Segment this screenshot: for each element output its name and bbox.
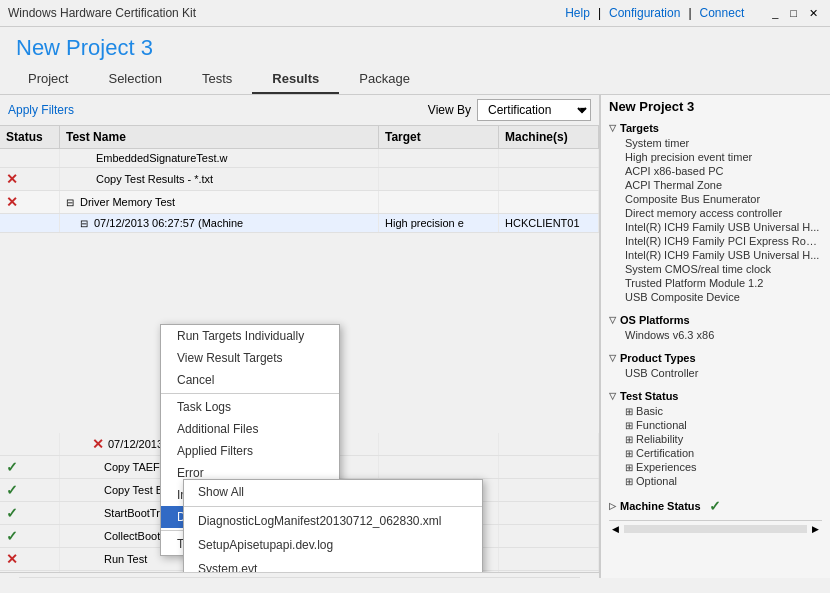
targets-children: System timer High precision event timer … bbox=[609, 136, 822, 304]
config-link[interactable]: Configuration bbox=[609, 6, 680, 20]
menu-cancel[interactable]: Cancel bbox=[161, 369, 339, 391]
nav-tabs: Project Selection Tests Results Package bbox=[0, 65, 830, 95]
maximize-button[interactable]: □ bbox=[786, 7, 801, 20]
machine-status-check: ✓ bbox=[709, 498, 721, 514]
tree-item[interactable]: ACPI x86-based PC bbox=[623, 164, 822, 178]
right-panel: New Project 3 ▽ Targets System timer Hig… bbox=[600, 95, 830, 578]
horizontal-scrollbar[interactable] bbox=[624, 525, 807, 533]
tree-item[interactable]: System timer bbox=[623, 136, 822, 150]
separator bbox=[184, 506, 482, 507]
tree-item[interactable]: System CMOS/real time clock bbox=[623, 262, 822, 276]
toolbar: Apply Filters View By Certification All … bbox=[0, 95, 599, 126]
apply-filters-button[interactable]: Apply Filters bbox=[8, 103, 74, 117]
tab-selection[interactable]: Selection bbox=[88, 65, 181, 94]
separator bbox=[161, 393, 339, 394]
scroll-right-button[interactable]: ▶ bbox=[584, 576, 599, 579]
view-by-label: View By bbox=[428, 103, 471, 117]
tab-tests[interactable]: Tests bbox=[182, 65, 252, 94]
connect-link[interactable]: Connect bbox=[700, 6, 745, 20]
table-row: ✕ Copy Test Results - *.txt bbox=[0, 168, 599, 191]
main-layout: Apply Filters View By Certification All … bbox=[0, 95, 830, 578]
tree-section-product-types: ▽ Product Types USB Controller bbox=[609, 350, 822, 380]
tree-item[interactable]: Composite Bus Enumerator bbox=[623, 192, 822, 206]
tree-section-os-platforms: ▽ OS Platforms Windows v6.3 x86 bbox=[609, 312, 822, 342]
col-status: Status bbox=[0, 126, 60, 148]
scroll-left-button[interactable]: ◀ bbox=[0, 576, 15, 579]
col-target: Target bbox=[379, 126, 499, 148]
help-link[interactable]: Help bbox=[565, 6, 590, 20]
expand-icon: ⊞ bbox=[625, 462, 633, 473]
tree-item[interactable]: USB Composite Device bbox=[623, 290, 822, 304]
tree-header-test-status[interactable]: ▽ Test Status bbox=[609, 388, 822, 404]
expand-icon[interactable]: ⊟ bbox=[80, 218, 90, 229]
project-title: New Project 3 bbox=[0, 27, 830, 65]
title-bar: Windows Hardware Certification Kit Help … bbox=[0, 0, 830, 27]
tab-project[interactable]: Project bbox=[8, 65, 88, 94]
tree-item[interactable]: Windows v6.3 x86 bbox=[623, 328, 822, 342]
tree-item[interactable]: Intel(R) ICH9 Family USB Universal H... bbox=[623, 220, 822, 234]
tree-header-os-platforms[interactable]: ▽ OS Platforms bbox=[609, 312, 822, 328]
tree-section-machine-status: ▷ Machine Status ✓ bbox=[609, 496, 822, 516]
col-machine: Machine(s) bbox=[499, 126, 599, 148]
tree-header-targets[interactable]: ▽ Targets bbox=[609, 120, 822, 136]
tab-results[interactable]: Results bbox=[252, 65, 339, 94]
tree-item-basic[interactable]: ⊞ Basic bbox=[623, 404, 822, 418]
tree-item[interactable]: High precision event timer bbox=[623, 150, 822, 164]
arrow-icon: ▷ bbox=[609, 501, 616, 511]
check-icon: ✓ bbox=[6, 528, 18, 544]
scroll-left-button[interactable]: ◀ bbox=[609, 524, 622, 534]
tree-section-targets: ▽ Targets System timer High precision ev… bbox=[609, 120, 822, 304]
tree-item-reliability[interactable]: ⊞ Reliability bbox=[623, 432, 822, 446]
arrow-icon: ▽ bbox=[609, 391, 616, 401]
bottom-scrollbar: ◀ ▶ bbox=[0, 572, 599, 578]
tree-item[interactable]: Trusted Platform Module 1.2 bbox=[623, 276, 822, 290]
product-types-children: USB Controller bbox=[609, 366, 822, 380]
tree-item-optional[interactable]: ⊞ Optional bbox=[623, 474, 822, 488]
tree-item[interactable]: Intel(R) ICH9 Family USB Universal H... bbox=[623, 248, 822, 262]
close-button[interactable]: ✕ bbox=[805, 7, 822, 20]
submenu-diagnostic-log-manifest[interactable]: DiagnosticLogManifest20130712_062830.xml bbox=[184, 509, 482, 533]
arrow-icon: ▽ bbox=[609, 123, 616, 133]
tree-header-product-types[interactable]: ▽ Product Types bbox=[609, 350, 822, 366]
table-row: ✕ ⊟ Driver Memory Test bbox=[0, 191, 599, 214]
tree-item-functional[interactable]: ⊞ Functional bbox=[623, 418, 822, 432]
expand-icon: ⊞ bbox=[625, 434, 633, 445]
menu-task-logs[interactable]: Task Logs bbox=[161, 396, 339, 418]
cross-icon: ✕ bbox=[6, 171, 18, 187]
tree-item-experiences[interactable]: ⊞ Experiences bbox=[623, 460, 822, 474]
tree-item[interactable]: Direct memory access controller bbox=[623, 206, 822, 220]
menu-view-result-targets[interactable]: View Result Targets bbox=[161, 347, 339, 369]
os-platforms-children: Windows v6.3 x86 bbox=[609, 328, 822, 342]
submenu-setupapi[interactable]: SetupApisetupapi.dev.log bbox=[184, 533, 482, 557]
submenu: Show All DiagnosticLogManifest20130712_0… bbox=[183, 479, 483, 572]
check-icon: ✓ bbox=[6, 505, 18, 521]
scroll-right-button[interactable]: ▶ bbox=[809, 524, 822, 534]
arrow-icon: ▽ bbox=[609, 315, 616, 325]
col-testname: Test Name bbox=[60, 126, 379, 148]
submenu-system-evt[interactable]: System.evt bbox=[184, 557, 482, 572]
tab-package[interactable]: Package bbox=[339, 65, 430, 94]
cross-icon: ✕ bbox=[6, 551, 18, 567]
view-by-select-wrapper: Certification All Status bbox=[477, 99, 591, 121]
horizontal-scrollbar[interactable] bbox=[19, 577, 580, 579]
tree-item[interactable]: ACPI Thermal Zone bbox=[623, 178, 822, 192]
test-status-children: ⊞ Basic ⊞ Functional ⊞ Reliability ⊞ Cer… bbox=[609, 404, 822, 488]
view-by-select[interactable]: Certification All Status bbox=[477, 99, 591, 121]
cross-icon: ✕ bbox=[6, 194, 18, 210]
expand-icon: ⊞ bbox=[625, 448, 633, 459]
menu-run-targets[interactable]: Run Targets Individually bbox=[161, 325, 339, 347]
tree-header-machine-status[interactable]: ▷ Machine Status ✓ bbox=[609, 496, 822, 516]
tree-item-certification[interactable]: ⊞ Certification bbox=[623, 446, 822, 460]
tree-item[interactable]: USB Controller bbox=[623, 366, 822, 380]
toolbar-right: View By Certification All Status bbox=[428, 99, 591, 121]
minimize-button[interactable]: _ bbox=[768, 7, 782, 20]
right-panel-title: New Project 3 bbox=[609, 99, 822, 114]
tree-item[interactable]: Intel(R) ICH9 Family PCI Express Roo... bbox=[623, 234, 822, 248]
expand-icon: ⊞ bbox=[625, 406, 633, 417]
menu-additional-files[interactable]: Additional Files bbox=[161, 418, 339, 440]
expand-icon: ⊞ bbox=[625, 476, 633, 487]
check-icon: ✓ bbox=[6, 482, 18, 498]
expand-icon[interactable]: ⊟ bbox=[66, 197, 76, 208]
menu-applied-filters[interactable]: Applied Filters bbox=[161, 440, 339, 462]
submenu-show-all[interactable]: Show All bbox=[184, 480, 482, 504]
